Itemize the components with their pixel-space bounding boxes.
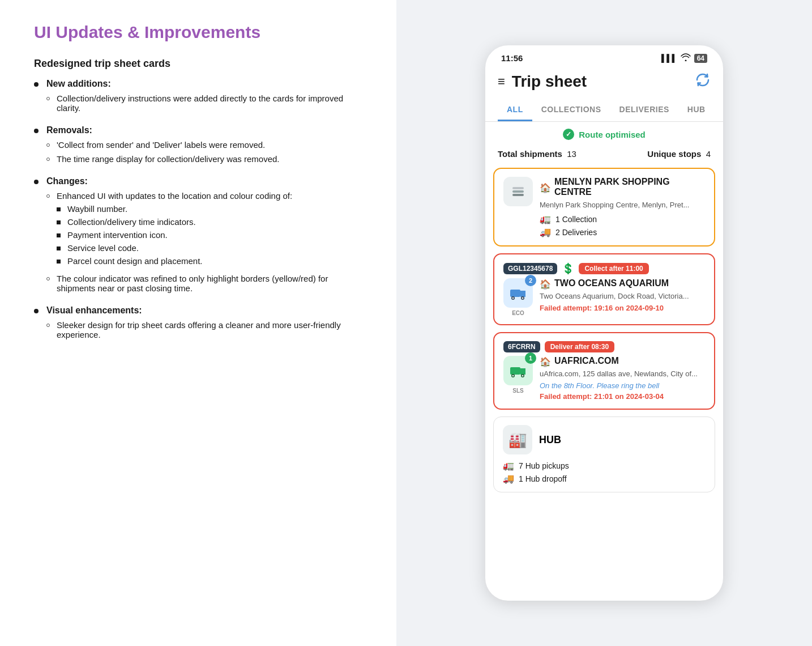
bullet-dot: [34, 82, 39, 87]
sub-sub-item: Service level code.: [57, 243, 292, 253]
battery-badge: 64: [694, 54, 707, 63]
truck-collection-icon: 🚛: [540, 214, 551, 224]
svg-point-6: [512, 298, 514, 299]
sub-sub-list: Waybill number. Collection/delivery time…: [57, 204, 292, 266]
truck-pickup-icon: 🚛: [503, 460, 514, 471]
location-name: UAFRICA.COM: [554, 356, 619, 366]
svg-rect-0: [512, 194, 524, 196]
hub-pickups: 7 Hub pickups: [519, 461, 569, 470]
card-header: 1 SLS 🏠 UAFRICA.COM uAfrica.com, 125 dal…: [503, 356, 705, 401]
unique-stops-label: Unique stops: [647, 149, 701, 159]
svg-point-12: [512, 375, 514, 377]
delivery-row: 🚚 2 Deliveries: [540, 227, 705, 237]
bullet-label: Removals:: [46, 125, 92, 135]
bullet-label: New additions:: [46, 79, 111, 88]
trip-card-menlyn[interactable]: 🏠 MENLYN PARK SHOPPING CENTRE Menlyn Par…: [493, 168, 715, 246]
trip-card-hub[interactable]: 🏭 HUB 🚛 7 Hub pickups 🚚 1 Hub dropoff: [493, 416, 715, 492]
section-title: Redesigned trip sheet cards: [34, 58, 368, 70]
hub-header: 🏭 HUB: [503, 425, 706, 454]
card-address: uAfrica.com, 125 dallas ave, Newlands, C…: [540, 369, 705, 378]
tab-collections[interactable]: COLLECTIONS: [532, 99, 610, 121]
card-header: 🏠 MENLYN PARK SHOPPING CENTRE Menlyn Par…: [503, 177, 705, 237]
main-title: UI Updates & Improvements: [34, 23, 368, 42]
location-name: MENLYN PARK SHOPPING CENTRE: [554, 177, 705, 197]
card-instruction: On the 8th Floor. Please ring the bell: [540, 381, 705, 390]
sub-sub-item: Parcel count design and placement.: [57, 256, 292, 266]
square-dot: [57, 246, 61, 250]
refresh-icon[interactable]: [695, 72, 711, 91]
failed-text: Failed attempt: 19:16 on 2024-09-10: [540, 304, 705, 312]
bullet-label: Visual enhancements:: [46, 305, 142, 315]
circle-dot: [46, 158, 50, 161]
sub-item-text: The time range display for collection/de…: [57, 154, 280, 164]
card-address: Menlyn Park Shopping Centre, Menlyn, Pre…: [540, 201, 705, 209]
sub-sub-item: Collection/delivery time indicators.: [57, 217, 292, 227]
hub-icon: 🏭: [503, 425, 532, 454]
sub-list: 'Collect from sender' and 'Deliver' labe…: [46, 140, 280, 164]
app-header-left: ≡ Trip sheet: [498, 73, 587, 91]
list-item: Removals: 'Collect from sender' and 'Del…: [34, 125, 368, 168]
sub-sub-text: Payment intervention icon.: [67, 230, 168, 240]
delivery-count: 2 Deliveries: [555, 228, 597, 237]
sub-list-item: The colour indicator was refined to only…: [46, 274, 368, 293]
payment-icon: 💲: [562, 262, 574, 275]
card-icon-eco: 2: [503, 278, 533, 308]
stats-row: Total shipments 13 Unique stops 4: [485, 144, 723, 165]
phone-frame: 11:56 ▌▌▌ 64 ≡ Trip sheet: [485, 45, 723, 601]
home-icon: 🏠: [540, 356, 551, 367]
circle-dot: [46, 143, 50, 147]
sub-sub-text: Waybill number.: [67, 204, 127, 214]
collection-count: 1 Collection: [555, 215, 597, 224]
total-shipments-label: Total shipments: [498, 149, 562, 159]
sub-sub-text: Parcel count design and placement.: [67, 256, 202, 266]
card-shipments: 🚛 1 Collection 🚚 2 Deliveries: [540, 214, 705, 237]
sub-sub-item: Waybill number.: [57, 204, 292, 214]
route-optimised-bar: ✓ Route optimised: [485, 122, 723, 144]
svg-rect-2: [512, 187, 524, 189]
card-body: 🏠 UAFRICA.COM uAfrica.com, 125 dallas av…: [540, 356, 705, 401]
home-icon: 🏠: [540, 182, 551, 193]
square-dot: [57, 233, 61, 237]
circle-dot: [46, 277, 50, 280]
trip-card-aquarium[interactable]: GGL12345678 💲 Collect after 11:00: [493, 253, 715, 325]
badge-count: 1: [525, 352, 536, 364]
left-panel: UI Updates & Improvements Redesigned tri…: [0, 0, 396, 646]
total-shipments: Total shipments 13: [498, 149, 576, 159]
square-dot: [57, 207, 61, 211]
waybill-tag: GGL12345678: [503, 263, 557, 274]
badge-count: 2: [525, 275, 536, 286]
circle-dot: [46, 194, 50, 198]
sub-list-item: 'Collect from sender' and 'Deliver' labe…: [46, 140, 280, 150]
sub-list-item: Enhanced UI with updates to the location…: [46, 191, 368, 269]
wifi-icon: [681, 53, 691, 63]
truck-delivery-icon: 🚚: [540, 227, 551, 237]
sub-list: Collection/delivery instructions were ad…: [46, 94, 368, 113]
waybill-tag: 6FCRRN: [503, 341, 540, 352]
failed-text: Failed attempt: 21:01 on 2024-03-04: [540, 392, 705, 401]
sub-list-item: The time range display for collection/de…: [46, 154, 280, 164]
collection-row: 🚛 1 Collection: [540, 214, 705, 224]
sub-item-text: 'Collect from sender' and 'Deliver' labe…: [57, 140, 265, 150]
tabs-row: ALL COLLECTIONS DELIVERIES HUB: [485, 99, 723, 122]
circle-dot: [46, 324, 50, 327]
tab-hub[interactable]: HUB: [678, 99, 715, 121]
unique-stops: Unique stops 4: [647, 149, 711, 159]
status-icons: ▌▌▌ 64: [661, 53, 707, 63]
bullet-dot: [34, 309, 39, 313]
svg-marker-4: [520, 291, 525, 297]
tab-all[interactable]: ALL: [498, 99, 532, 121]
trip-card-uafrica[interactable]: 6FCRRN Deliver after 08:30: [493, 332, 715, 410]
list-item: Changes: Enhanced UI with updates to the…: [34, 176, 368, 298]
svg-rect-1: [512, 190, 524, 193]
hamburger-icon[interactable]: ≡: [498, 74, 505, 89]
card-body: 🏠 MENLYN PARK SHOPPING CENTRE Menlyn Par…: [540, 177, 705, 237]
status-time: 11:56: [501, 53, 523, 63]
hub-dropoff-row: 🚚 1 Hub dropoff: [503, 473, 706, 484]
tab-deliveries[interactable]: DELIVERIES: [610, 99, 678, 121]
app-header: ≡ Trip sheet: [485, 67, 723, 99]
svg-rect-3: [510, 290, 520, 297]
delivery-truck-icon: [510, 286, 527, 300]
total-shipments-value: 13: [567, 149, 576, 159]
check-circle-icon: ✓: [563, 129, 574, 140]
app-title: Trip sheet: [512, 73, 587, 91]
